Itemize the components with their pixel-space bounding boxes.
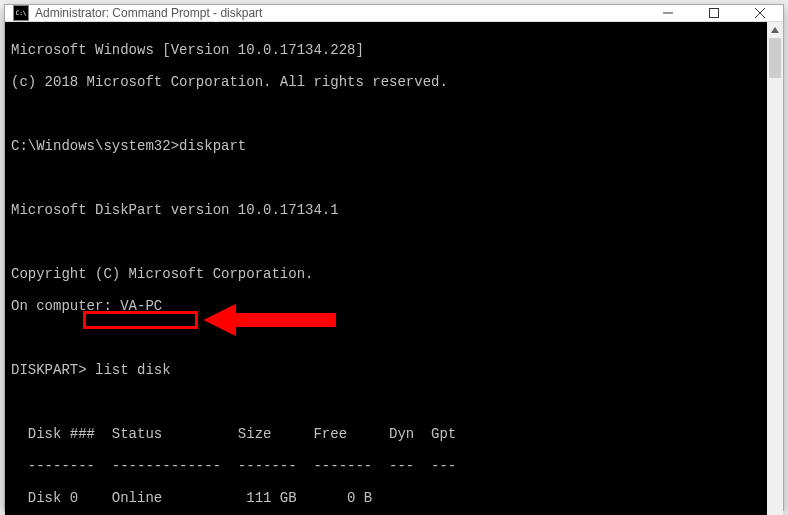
scroll-up-button[interactable]	[767, 22, 783, 38]
window-title: Administrator: Command Prompt - diskpart	[35, 6, 645, 20]
cmd-icon	[13, 5, 29, 21]
output-line	[11, 394, 761, 410]
svg-marker-5	[771, 27, 779, 33]
typed-command: list disk	[95, 362, 171, 378]
vertical-scrollbar[interactable]	[767, 22, 783, 515]
prompt-line: C:\Windows\system32>diskpart	[11, 138, 761, 154]
table-divider: -------- ------------- ------- ------- -…	[11, 458, 761, 474]
output-line: Microsoft DiskPart version 10.0.17134.1	[11, 202, 761, 218]
output-line	[11, 106, 761, 122]
scroll-thumb[interactable]	[769, 38, 781, 78]
close-button[interactable]	[737, 5, 783, 21]
output-line: Microsoft Windows [Version 10.0.17134.22…	[11, 42, 761, 58]
prompt-path: C:\Windows\system32>	[11, 138, 179, 154]
prompt-line: DISKPART> list disk	[11, 362, 761, 378]
table-header: Disk ### Status Size Free Dyn Gpt	[11, 426, 761, 442]
console-output[interactable]: Microsoft Windows [Version 10.0.17134.22…	[5, 22, 767, 515]
table-row: Disk 0 Online 111 GB 0 B	[11, 490, 761, 506]
output-line	[11, 234, 761, 250]
output-line	[11, 330, 761, 346]
scroll-track[interactable]	[767, 38, 783, 515]
output-line: (c) 2018 Microsoft Corporation. All righ…	[11, 74, 761, 90]
minimize-button[interactable]	[645, 5, 691, 21]
command-prompt-window: Administrator: Command Prompt - diskpart…	[4, 4, 784, 511]
console-area: Microsoft Windows [Version 10.0.17134.22…	[5, 22, 783, 515]
output-line: Copyright (C) Microsoft Corporation.	[11, 266, 761, 282]
typed-command: diskpart	[179, 138, 246, 154]
window-controls	[645, 5, 783, 21]
output-line	[11, 170, 761, 186]
svg-rect-1	[710, 9, 719, 18]
maximize-button[interactable]	[691, 5, 737, 21]
diskpart-prompt: DISKPART>	[11, 362, 87, 378]
titlebar[interactable]: Administrator: Command Prompt - diskpart	[5, 5, 783, 22]
output-line: On computer: VA-PC	[11, 298, 761, 314]
